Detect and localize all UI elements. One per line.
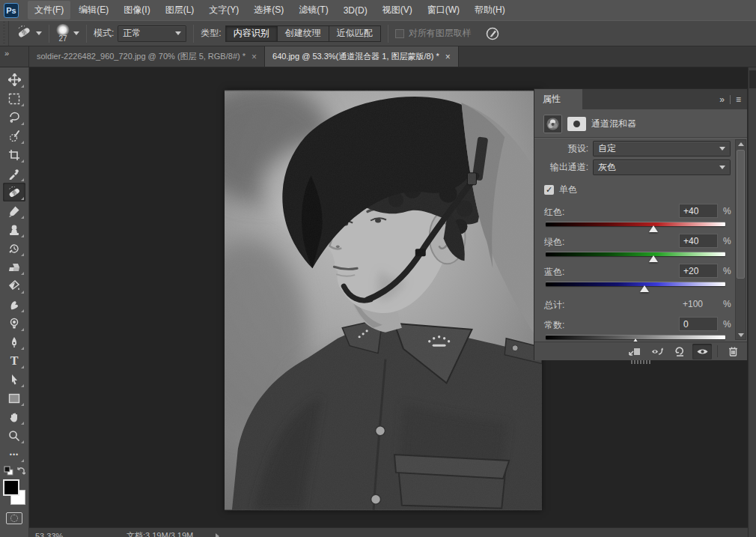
monochrome-checkbox[interactable]: ✓ 单色	[544, 183, 577, 196]
mode-value: 正常	[123, 27, 141, 40]
eraser-tool[interactable]	[3, 258, 25, 276]
layer-mask-icon	[567, 117, 586, 131]
menu-window[interactable]: 窗口(W)	[421, 1, 466, 19]
monochrome-label: 单色	[559, 183, 577, 196]
delete-adjustment-button[interactable]	[723, 344, 743, 359]
rectangular-marquee-tool[interactable]	[3, 89, 25, 108]
chevron-down-icon	[36, 31, 42, 35]
sample-all-layers-checkbox[interactable]: 对所有图层取样	[388, 21, 478, 46]
eyedropper-tool[interactable]	[3, 164, 25, 183]
menu-3d[interactable]: 3D(D)	[337, 2, 374, 19]
document-tab-640[interactable]: 640.jpg @ 53.3%(通道混合器 1, 图层蒙版/8) * ×	[265, 46, 459, 67]
panel-menu-icon[interactable]: ≡	[736, 94, 741, 105]
panel-scrollbar[interactable]	[735, 139, 746, 340]
green-slider-thumb[interactable]	[649, 255, 658, 262]
spot-healing-brush-tool[interactable]	[3, 183, 25, 201]
preset-dropdown[interactable]: 自定	[593, 141, 731, 157]
tool-preset-picker[interactable]	[9, 21, 49, 46]
red-slider-track[interactable]	[546, 222, 725, 226]
properties-panel: 属性 » ≡ 通道混和器 预设: 自定	[534, 88, 748, 360]
mode-dropdown[interactable]: 正常	[118, 25, 186, 42]
green-value-input[interactable]: +40	[679, 234, 718, 248]
document-tab-title: 640.jpg @ 53.3%(通道混合器 1, 图层蒙版/8) *	[272, 51, 439, 62]
color-swatches[interactable]	[2, 479, 26, 505]
dodge-tool[interactable]	[3, 314, 25, 333]
quick-selection-tool[interactable]	[3, 127, 25, 145]
path-selection-tool[interactable]	[3, 370, 25, 389]
scroll-down-icon[interactable]	[736, 331, 746, 339]
options-bar-grip[interactable]	[0, 21, 9, 46]
blue-value-input[interactable]: +20	[679, 264, 718, 278]
red-value-input[interactable]: +40	[679, 204, 718, 218]
clip-to-layer-button[interactable]	[625, 344, 644, 359]
brush-tool[interactable]	[3, 201, 25, 220]
document-tab-title: soldier-2226482_960_720.jpg @ 70% (图层 5,…	[37, 51, 246, 62]
smudge-tool[interactable]	[3, 295, 25, 314]
constant-value-input[interactable]: 0	[679, 317, 718, 331]
menu-image[interactable]: 图像(I)	[117, 1, 156, 19]
green-unit: %	[723, 236, 731, 246]
menu-file[interactable]: 文件(F)	[28, 1, 70, 19]
zoom-tool[interactable]	[3, 426, 25, 445]
quick-mask-button[interactable]	[6, 512, 22, 524]
checkbox-icon	[395, 29, 404, 38]
document-canvas-photo[interactable]	[225, 90, 542, 511]
type-proximity-match-button[interactable]: 近似匹配	[329, 25, 381, 42]
panel-resize-grip[interactable]	[631, 360, 650, 364]
output-channel-dropdown[interactable]: 灰色	[593, 160, 731, 175]
edit-toolbar-button[interactable]: •••	[3, 445, 25, 464]
red-slider-thumb[interactable]	[649, 225, 658, 232]
collapse-panel-icon[interactable]: »	[719, 94, 725, 105]
preset-value: 自定	[598, 142, 616, 155]
menu-help[interactable]: 帮助(H)	[468, 1, 512, 19]
view-previous-state-button[interactable]	[647, 344, 667, 359]
status-menu-arrow-icon[interactable]	[216, 533, 219, 537]
foreground-color-swatch[interactable]	[3, 479, 19, 496]
status-bar: 53.33% 文档:3.19M/3.19M	[29, 527, 756, 537]
pen-tool[interactable]	[3, 333, 25, 351]
panel-dock-strip[interactable]	[748, 67, 756, 537]
lasso-tool[interactable]	[3, 108, 25, 127]
brush-settings-picker[interactable]: 27	[49, 21, 86, 46]
blue-slider-track[interactable]	[546, 282, 725, 286]
tablet-pressure-button[interactable]	[478, 21, 507, 46]
crop-tool[interactable]	[3, 145, 25, 164]
document-tab-soldier[interactable]: soldier-2226482_960_720.jpg @ 70% (图层 5,…	[29, 46, 265, 67]
menu-edit[interactable]: 编辑(E)	[72, 1, 115, 19]
menu-type[interactable]: 文字(Y)	[202, 1, 246, 19]
blue-slider-thumb[interactable]	[640, 285, 649, 292]
menu-layer[interactable]: 图层(L)	[159, 1, 201, 19]
preset-label: 预设:	[534, 142, 593, 155]
rectangle-tool[interactable]	[3, 389, 25, 407]
toolbar-collapse-button[interactable]: »	[0, 46, 29, 67]
history-brush-tool[interactable]	[3, 239, 25, 258]
move-tool[interactable]	[3, 70, 25, 89]
green-slider-track[interactable]	[546, 252, 725, 256]
status-zoom-level[interactable]: 53.33%	[29, 532, 97, 537]
constant-slider-track[interactable]	[546, 336, 725, 339]
type-content-aware-button[interactable]: 内容识别	[225, 25, 278, 42]
close-icon[interactable]: ×	[445, 52, 451, 62]
scroll-up-icon[interactable]	[736, 140, 746, 148]
chevron-down-icon	[175, 31, 181, 35]
tab-properties[interactable]: 属性	[534, 89, 582, 109]
mode-label: 模式:	[94, 27, 114, 40]
menu-bar: Ps 文件(F) 编辑(E) 图像(I) 图层(L) 文字(Y) 选择(S) 滤…	[0, 0, 756, 20]
toggle-visibility-button[interactable]	[692, 344, 712, 359]
panel-footer	[534, 342, 747, 360]
close-icon[interactable]: ×	[252, 52, 257, 62]
clone-stamp-tool[interactable]	[3, 220, 25, 239]
total-value: +100	[683, 299, 703, 309]
reset-button[interactable]	[670, 344, 689, 359]
hand-tool[interactable]	[3, 407, 25, 426]
swap-colors-icon	[18, 467, 25, 474]
menu-view[interactable]: 视图(V)	[376, 1, 419, 19]
type-create-texture-button[interactable]: 创建纹理	[278, 25, 329, 42]
tools-panel: T •••	[0, 67, 29, 537]
scrollbar-thumb[interactable]	[737, 150, 745, 279]
gradient-tool[interactable]	[3, 276, 25, 295]
type-tool[interactable]: T	[3, 351, 25, 370]
spot-healing-brush-icon	[16, 25, 32, 41]
menu-filter[interactable]: 滤镜(T)	[292, 1, 335, 19]
menu-select[interactable]: 选择(S)	[247, 1, 290, 19]
